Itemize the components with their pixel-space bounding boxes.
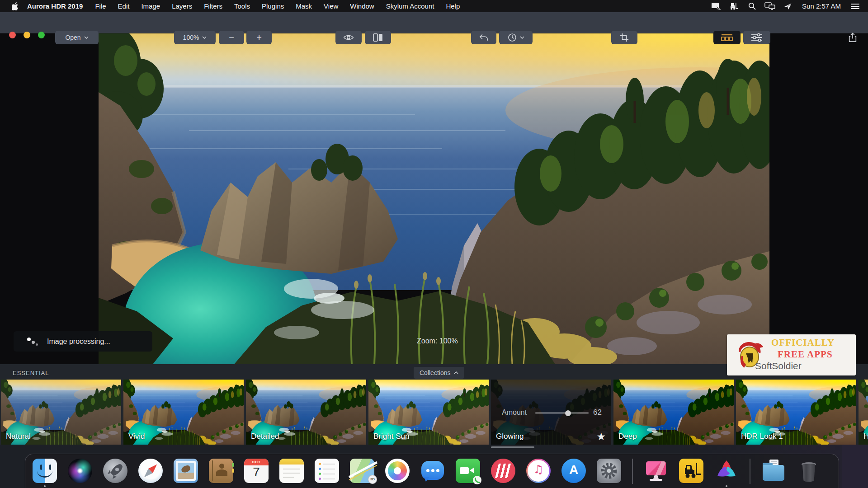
close-button[interactable] bbox=[9, 32, 16, 38]
dock-item-trash[interactable] bbox=[797, 459, 821, 483]
dock-item-news[interactable] bbox=[491, 459, 515, 483]
preset-label: Detailed bbox=[251, 432, 279, 441]
dock-item-system-preferences[interactable] bbox=[597, 459, 621, 483]
undo-icon bbox=[479, 33, 489, 42]
dock-item-maps[interactable]: 3D bbox=[350, 459, 374, 483]
forklift-icon[interactable] bbox=[727, 0, 741, 12]
history-button[interactable] bbox=[499, 31, 533, 44]
compare-icon bbox=[373, 33, 383, 42]
share-icon bbox=[848, 33, 857, 42]
menu-file[interactable]: File bbox=[89, 0, 112, 12]
preset-strip: Natural Vivid Detailed Bright Sun Amount bbox=[1, 380, 868, 445]
dock-item-siri[interactable] bbox=[68, 459, 92, 483]
dock-item-cleanmymac[interactable] bbox=[644, 459, 668, 483]
amount-value: 62 bbox=[593, 408, 602, 417]
zoom-in-button[interactable]: + bbox=[246, 31, 272, 44]
preset-tile-glowing[interactable]: Amount 62 Glowing ★ bbox=[491, 380, 611, 445]
menu-clock[interactable]: Sun 2:57 AM bbox=[802, 2, 841, 10]
dock-item-downloads-folder[interactable] bbox=[761, 459, 786, 483]
open-button[interactable]: Open bbox=[55, 31, 99, 44]
preset-tile-detailed[interactable]: Detailed bbox=[246, 380, 366, 445]
displays-icon[interactable] bbox=[763, 0, 777, 12]
spinner-icon bbox=[27, 337, 39, 347]
preset-tile-natural[interactable]: Natural bbox=[1, 380, 121, 445]
menu-filters[interactable]: Filters bbox=[198, 0, 228, 12]
menu-list-icon[interactable] bbox=[848, 0, 862, 12]
dock-item-contacts[interactable] bbox=[209, 459, 233, 483]
adjustments-panel-toggle[interactable] bbox=[743, 31, 770, 44]
menu-mask[interactable]: Mask bbox=[290, 0, 318, 12]
menu-image[interactable]: Image bbox=[135, 0, 166, 12]
preset-label: H bbox=[863, 432, 868, 441]
preset-label: Natural bbox=[6, 432, 31, 441]
preset-tile-hdr-look-1[interactable]: HDR Look 1 bbox=[736, 380, 856, 445]
canvas-area[interactable]: Image processing... Zoom: 100% OFFICIALL… bbox=[0, 33, 868, 364]
screen-sharing-icon[interactable] bbox=[709, 0, 722, 12]
chevron-down-icon bbox=[84, 36, 89, 39]
chevron-down-icon bbox=[520, 36, 524, 39]
compare-button[interactable] bbox=[365, 31, 391, 44]
dock-item-notes[interactable] bbox=[279, 459, 304, 483]
menu-tools[interactable]: Tools bbox=[228, 0, 256, 12]
watermark-line2: FREE APPS bbox=[778, 349, 833, 360]
zoom-indicator: Zoom: 100% bbox=[417, 337, 458, 345]
watermark-brand: SoftSoldier bbox=[755, 361, 802, 371]
preset-strip-scrollbar[interactable] bbox=[491, 446, 534, 448]
preset-tile-deep[interactable]: Deep bbox=[613, 380, 734, 445]
dock-separator bbox=[750, 459, 750, 484]
menu-plugins[interactable]: Plugins bbox=[256, 0, 290, 12]
favorite-star-icon[interactable]: ★ bbox=[596, 431, 606, 443]
menu-view[interactable]: View bbox=[318, 0, 344, 12]
processing-status: Image processing... bbox=[14, 331, 152, 352]
amount-slider-thumb[interactable] bbox=[565, 410, 571, 416]
dock-item-launchpad[interactable] bbox=[103, 459, 127, 483]
dock-item-itunes[interactable]: ♫ bbox=[526, 459, 551, 483]
dock-item-calendar[interactable]: OCT 7 bbox=[244, 459, 269, 483]
presets-panel-toggle[interactable] bbox=[713, 31, 741, 44]
crop-icon bbox=[620, 33, 629, 42]
dock-item-safari[interactable] bbox=[138, 459, 163, 483]
dock-separator bbox=[632, 459, 633, 484]
dock-item-app-store[interactable]: A bbox=[561, 459, 586, 483]
running-indicator bbox=[726, 485, 727, 487]
eye-preview-icon bbox=[343, 34, 354, 41]
apple-menu-icon[interactable] bbox=[8, 2, 22, 10]
dock-item-forklift[interactable] bbox=[679, 459, 703, 483]
menu-window[interactable]: Window bbox=[344, 0, 380, 12]
dock-item-mail[interactable] bbox=[174, 459, 198, 483]
maximize-button[interactable] bbox=[38, 32, 45, 38]
undo-button[interactable] bbox=[471, 31, 496, 44]
amount-label: Amount bbox=[502, 408, 527, 417]
chevron-up-icon bbox=[454, 371, 458, 374]
share-button[interactable] bbox=[841, 31, 864, 44]
preview-toggle-button[interactable] bbox=[335, 31, 362, 44]
dock-item-facetime[interactable] bbox=[456, 459, 480, 483]
amount-slider[interactable] bbox=[535, 413, 589, 413]
preset-tile-bright-sun[interactable]: Bright Sun bbox=[368, 380, 489, 445]
collections-button[interactable]: Collections bbox=[414, 367, 464, 379]
app-title: Aurora HDR 2019 bbox=[27, 2, 83, 10]
dock-item-photos[interactable] bbox=[385, 459, 410, 483]
zoom-out-button[interactable]: − bbox=[219, 31, 244, 44]
spotlight-search-icon[interactable] bbox=[745, 0, 759, 12]
preset-tile-vivid[interactable]: Vivid bbox=[123, 380, 244, 445]
processing-text: Image processing... bbox=[47, 338, 110, 346]
chevron-down-icon bbox=[202, 36, 207, 39]
menu-layers[interactable]: Layers bbox=[166, 0, 198, 12]
aurora-hdr-icon bbox=[714, 459, 739, 483]
dock-item-finder[interactable] bbox=[33, 459, 57, 483]
presets-panel-icon bbox=[721, 33, 733, 42]
dock-item-aurora-hdr[interactable] bbox=[714, 459, 739, 483]
screen-send-icon[interactable] bbox=[781, 0, 795, 12]
menu-help[interactable]: Help bbox=[440, 0, 466, 12]
watermark-line1: OFFICIALLY bbox=[771, 337, 835, 348]
dock-item-reminders[interactable] bbox=[315, 459, 339, 483]
menu-skylum-account[interactable]: Skylum Account bbox=[380, 0, 440, 12]
toolbar: Open 100% − + bbox=[0, 12, 868, 33]
dock-item-messages[interactable] bbox=[420, 459, 445, 483]
zoom-level-button[interactable]: 100% bbox=[174, 31, 216, 44]
menu-edit[interactable]: Edit bbox=[112, 0, 136, 12]
preset-tile-partial[interactable]: H bbox=[859, 380, 868, 445]
minimize-button[interactable] bbox=[24, 32, 30, 38]
crop-button[interactable] bbox=[611, 31, 637, 44]
